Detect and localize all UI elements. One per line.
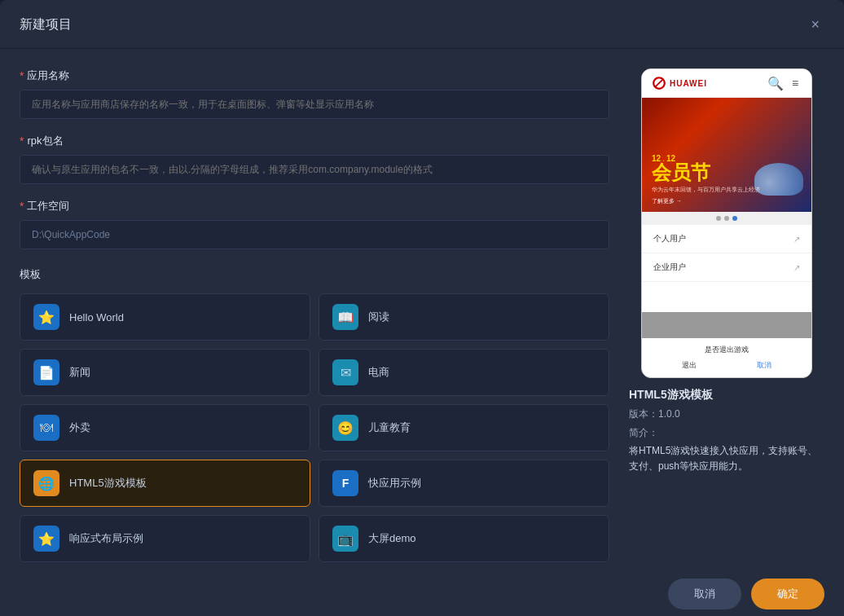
template-icon-quick-app: F <box>332 470 358 496</box>
template-takeaway[interactable]: 🍽 外卖 <box>20 404 310 451</box>
template-icon-children-edu: 😊 <box>332 415 358 441</box>
preview-info: HTML5游戏模板 版本：1.0.0 简介： 将HTML5游戏快速接入快应用，支… <box>629 378 824 474</box>
modal-title: 是否退出游戏 <box>652 345 802 355</box>
phone-header: HUAWEI 🔍 ≡ <box>642 69 811 98</box>
template-ecommerce[interactable]: ✉ 电商 <box>319 349 609 396</box>
modal-cancel-button[interactable]: 取消 <box>757 360 771 371</box>
template-news[interactable]: 📄 新闻 <box>20 349 310 396</box>
template-responsive[interactable]: ⭐ 响应式布局示例 <box>20 515 310 562</box>
phone-preview: HUAWEI 🔍 ≡ 12 . 12 <box>641 68 812 378</box>
template-label-news: 新闻 <box>69 365 90 380</box>
required-star-3: * <box>20 200 24 213</box>
rpk-name-input[interactable] <box>20 155 609 184</box>
phone-header-icons: 🔍 ≡ <box>769 77 802 90</box>
preview-desc: 将HTML5游戏快速接入快应用，支持账号、支付、push等快应用能力。 <box>629 443 824 474</box>
modal-overlay: 是否退出游戏 退出 取消 <box>642 312 811 377</box>
workspace-group: * 工作空间 <box>20 199 609 249</box>
workspace-label: * 工作空间 <box>20 199 609 213</box>
template-icon-reading: 📖 <box>332 304 358 330</box>
rpk-name-label: * rpk包名 <box>20 134 609 148</box>
template-reading[interactable]: 📖 阅读 <box>319 293 609 341</box>
required-star: * <box>20 69 24 82</box>
cancel-button[interactable]: 取消 <box>668 579 741 609</box>
banner-subtitle: 华为云年末回馈，与百万用户共享云上经济 <box>652 186 802 194</box>
template-section-title: 模板 <box>20 267 609 282</box>
modal-buttons: 退出 取消 <box>652 360 802 371</box>
template-children-edu[interactable]: 😊 儿童教育 <box>319 404 609 451</box>
dot-3 <box>732 216 737 221</box>
modal-exit-button[interactable]: 退出 <box>682 360 697 371</box>
template-icon-takeaway: 🍽 <box>33 415 59 441</box>
template-label-quick-app: 快应用示例 <box>368 476 421 491</box>
template-html5-game[interactable]: 🌐 HTML5游戏模板 <box>20 460 310 507</box>
banner-link[interactable]: 了解更多 → <box>652 197 802 205</box>
template-label-hello-world: Hello World <box>69 311 124 323</box>
template-icon-bigscreen: 📺 <box>332 526 358 552</box>
form-section: * 应用名称 * rpk包名 * 工作空间 <box>20 68 609 562</box>
template-icon-responsive: ⭐ <box>33 526 59 552</box>
search-icon[interactable]: 🔍 <box>769 77 782 90</box>
template-icon-news: 📄 <box>33 359 59 385</box>
modal-box: 是否退出游戏 退出 取消 <box>642 338 811 377</box>
enterprise-user-label: 企业用户 <box>653 262 686 273</box>
template-icon-ecommerce: ✉ <box>332 359 358 385</box>
dot-2 <box>724 216 729 221</box>
template-icon-hello-world: ⭐ <box>33 304 59 330</box>
template-icon-html5-game: 🌐 <box>33 470 59 496</box>
personal-user-arrow: ↗ <box>793 235 800 244</box>
template-label-responsive: 响应式布局示例 <box>69 531 143 546</box>
workspace-input[interactable] <box>20 220 609 249</box>
template-bigscreen[interactable]: 📺 大屏demo <box>319 515 609 562</box>
preview-template-name: HTML5游戏模板 <box>629 388 824 403</box>
banner-title: 会员节 <box>652 163 802 183</box>
app-name-group: * 应用名称 <box>20 68 609 119</box>
dot-1 <box>716 216 721 221</box>
dialog-header: 新建项目 × <box>0 0 844 49</box>
rpk-name-group: * rpk包名 <box>20 134 609 184</box>
dialog-title: 新建项目 <box>20 16 72 33</box>
template-hello-world[interactable]: ⭐ Hello World <box>20 293 310 341</box>
template-grid: ⭐ Hello World 📖 阅读 📄 新闻 ✉ 电商 <box>20 293 609 562</box>
app-name-input[interactable] <box>20 90 609 119</box>
app-name-label: * 应用名称 <box>20 68 609 83</box>
close-button[interactable]: × <box>806 15 824 35</box>
required-star-2: * <box>20 134 24 147</box>
banner-content: 12 . 12 会员节 华为云年末回馈，与百万用户共享云上经济 了解更多 → <box>652 154 802 205</box>
dialog-footer: 取消 确定 <box>0 562 844 616</box>
menu-icon[interactable]: ≡ <box>789 77 802 90</box>
huawei-text: HUAWEI <box>670 79 707 88</box>
new-project-dialog: 新建项目 × * 应用名称 * rpk包名 <box>0 0 844 616</box>
template-label-bigscreen: 大屏demo <box>368 531 416 546</box>
template-section: 模板 ⭐ Hello World 📖 阅读 📄 新闻 <box>20 264 609 562</box>
template-quick-app[interactable]: F 快应用示例 <box>319 460 609 507</box>
preview-version: 版本：1.0.0 <box>629 407 824 421</box>
template-label-reading: 阅读 <box>368 310 389 324</box>
phone-menu-item-enterprise[interactable]: 企业用户 ↗ <box>642 253 811 282</box>
confirm-button[interactable]: 确定 <box>751 579 824 609</box>
template-label-children-edu: 儿童教育 <box>368 420 411 435</box>
template-label-takeaway: 外卖 <box>69 420 90 435</box>
huawei-logo: HUAWEI <box>652 76 707 90</box>
enterprise-user-arrow: ↗ <box>793 263 800 272</box>
phone-menu-item-personal[interactable]: 个人用户 ↗ <box>642 225 811 253</box>
preview-desc-label: 简介： <box>629 426 824 440</box>
preview-section: HUAWEI 🔍 ≡ 12 . 12 <box>629 68 824 562</box>
dialog-body: * 应用名称 * rpk包名 * 工作空间 <box>0 49 844 562</box>
template-label-html5-game: HTML5游戏模板 <box>69 476 147 491</box>
banner-area: 12 . 12 会员节 华为云年末回馈，与百万用户共享云上经济 了解更多 → <box>642 98 811 212</box>
personal-user-label: 个人用户 <box>653 233 686 244</box>
banner-dots <box>642 212 811 225</box>
template-label-ecommerce: 电商 <box>368 365 389 380</box>
